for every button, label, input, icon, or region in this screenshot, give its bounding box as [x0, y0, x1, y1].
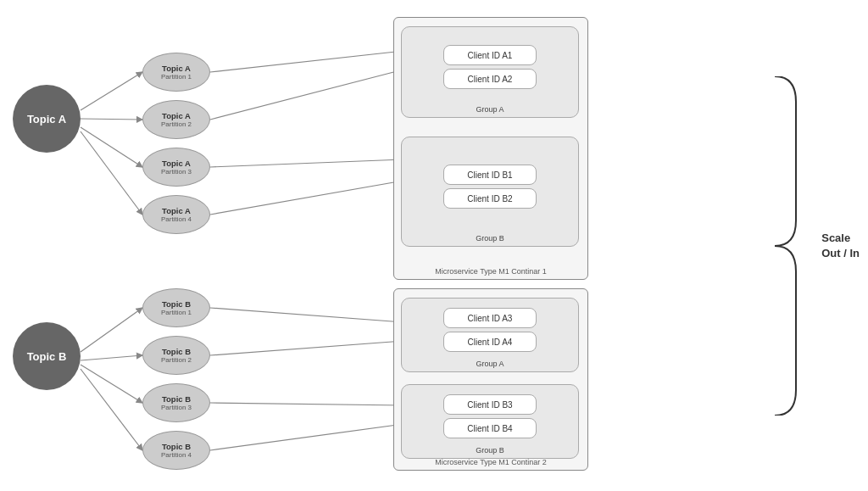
topic-a-label: Topic A	[27, 113, 66, 126]
client-a4: Client ID A4	[443, 332, 537, 352]
partition-b3: Topic B Partition 3	[142, 383, 210, 422]
client-a2: Client ID A2	[443, 69, 537, 89]
group-a2-label: Group A	[476, 360, 504, 368]
group-a2: Client ID A3 Client ID A4 Group A	[401, 298, 579, 372]
svg-line-6	[81, 365, 142, 403]
topic-b-label: Topic B	[27, 350, 67, 363]
pb4-title: Topic B	[162, 442, 191, 451]
svg-line-8	[210, 51, 403, 72]
pa4-sub: Partition 4	[161, 215, 192, 223]
pb2-title: Topic B	[162, 347, 191, 356]
pb1-sub: Partition 1	[161, 309, 192, 316]
scale-label: ScaleOut / In	[821, 230, 860, 260]
svg-line-13	[210, 341, 403, 355]
svg-line-15	[210, 424, 403, 450]
pb4-sub: Partition 4	[161, 451, 192, 459]
svg-line-9	[210, 70, 403, 120]
svg-line-12	[210, 308, 403, 322]
container-1-label: Microservice Type M1 Continar 1	[435, 267, 546, 276]
diagram: Topic A Topic B Topic A Partition 1 Topi…	[0, 0, 868, 491]
topic-a-circle: Topic A	[13, 85, 81, 153]
partition-a3: Topic A Partition 3	[142, 148, 210, 187]
svg-line-10	[210, 159, 403, 167]
svg-line-3	[81, 131, 142, 215]
pb3-title: Topic B	[162, 394, 191, 404]
group-b2: Client ID B3 Client ID B4 Group B	[401, 384, 579, 459]
pb1-title: Topic B	[162, 299, 191, 309]
pa3-sub: Partition 3	[161, 168, 192, 176]
pb2-sub: Partition 2	[161, 356, 192, 364]
partition-b1: Topic B Partition 1	[142, 288, 210, 327]
svg-line-7	[81, 369, 142, 450]
pa1-title: Topic A	[162, 64, 191, 73]
container-1: Microservice Type M1 Continar 1 Client I…	[393, 17, 588, 280]
client-a1: Client ID A1	[443, 45, 537, 65]
svg-line-1	[81, 119, 142, 120]
svg-line-11	[210, 181, 403, 215]
client-a3: Client ID A3	[443, 308, 537, 328]
svg-line-14	[210, 403, 403, 405]
pa3-title: Topic A	[162, 159, 191, 168]
pa4-title: Topic A	[162, 206, 191, 215]
group-b1: Client ID B1 Client ID B2 Group B	[401, 137, 579, 247]
pa2-title: Topic A	[162, 111, 191, 120]
partition-a1: Topic A Partition 1	[142, 53, 210, 92]
pa2-sub: Partition 2	[161, 120, 192, 128]
group-b2-label: Group B	[476, 446, 504, 455]
group-a1-label: Group A	[476, 105, 504, 114]
svg-line-2	[81, 127, 142, 167]
group-a1: Client ID A1 Client ID A2 Group A	[401, 26, 579, 118]
client-b3: Client ID B3	[443, 394, 537, 415]
client-b1: Client ID B1	[443, 165, 537, 185]
svg-line-5	[81, 355, 142, 360]
svg-line-0	[81, 72, 142, 110]
group-b1-label: Group B	[476, 234, 504, 243]
brace-svg	[771, 76, 804, 416]
pb3-sub: Partition 3	[161, 404, 192, 411]
partition-a2: Topic A Partition 2	[142, 100, 210, 139]
svg-line-4	[81, 308, 142, 352]
client-b4: Client ID B4	[443, 418, 537, 438]
partition-b4: Topic B Partition 4	[142, 431, 210, 470]
topic-b-circle: Topic B	[13, 322, 81, 390]
container-2: Microservice Type M1 Continar 2 Client I…	[393, 288, 588, 471]
partition-b2: Topic B Partition 2	[142, 336, 210, 375]
pa1-sub: Partition 1	[161, 73, 192, 81]
container-2-label: Microservice Type M1 Continar 2	[435, 458, 546, 466]
partition-a4: Topic A Partition 4	[142, 195, 210, 234]
client-b2: Client ID B2	[443, 188, 537, 209]
